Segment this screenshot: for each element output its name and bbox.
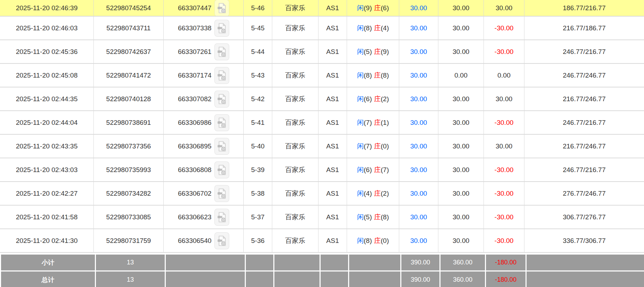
video-replay-icon [217, 70, 226, 81]
video-replay-icon [217, 141, 226, 152]
valid-bet: 30.00 [438, 158, 484, 181]
banker-label: 庄 [374, 118, 381, 127]
bet-row[interactable]: 2025-11-20 02:45:36522980742637663307261… [0, 40, 644, 64]
banker-score: (8) [381, 213, 389, 221]
game-result: 闲(5)庄(8) [347, 206, 399, 228]
table-code: AS1 [318, 135, 347, 158]
video-replay-button[interactable] [214, 91, 229, 108]
game-result: 闲(7)庄(0) [347, 135, 399, 158]
player-label: 闲 [357, 71, 364, 80]
bet-time: 2025-11-20 02:46:03 [0, 17, 94, 39]
bet-id: 522980731759 [94, 229, 164, 252]
total-empty-table [320, 271, 348, 287]
player-label: 闲 [357, 94, 364, 104]
bet-amount: 30.00 [399, 135, 438, 158]
round-id-cell: 663307447 [164, 0, 244, 16]
bet-row[interactable]: 2025-11-20 02:46:03522980743711663307338… [0, 17, 644, 40]
round-id-cell: 663306623 [164, 206, 244, 228]
balance: 186.77/216.77 [524, 0, 644, 16]
valid-bet: 30.00 [438, 87, 484, 110]
bet-amount: 30.00 [399, 206, 438, 228]
banker-label: 庄 [374, 24, 381, 33]
bet-time: 2025-11-20 02:46:39 [0, 0, 94, 16]
balance: 336.77/306.77 [524, 229, 644, 252]
table-code: AS1 [318, 111, 347, 134]
win-loss: -30.00 [484, 158, 524, 181]
game-result: 闲(8)庄(0) [347, 229, 399, 252]
bet-id: 522980737356 [94, 135, 164, 158]
bet-time: 2025-11-20 02:45:36 [0, 40, 94, 63]
valid-bet: 30.00 [438, 229, 484, 252]
player-score: (7) [364, 142, 372, 150]
round-id-cell: 663307338 [164, 17, 244, 39]
round-id: 663306540 [178, 237, 211, 245]
bet-row[interactable]: 2025-11-20 02:43:03522980735993663306808… [0, 158, 644, 182]
video-replay-button[interactable] [214, 67, 229, 84]
banker-score: (7) [381, 166, 389, 174]
bet-row[interactable]: 2025-11-20 02:45:08522980741472663307174… [0, 64, 644, 87]
round-number: 5-38 [244, 182, 272, 205]
balance: 246.77/216.77 [524, 40, 644, 63]
video-replay-button[interactable] [214, 232, 229, 249]
video-replay-button[interactable] [214, 209, 229, 226]
banker-score: (2) [381, 190, 389, 197]
round-number: 5-44 [244, 40, 272, 63]
game-result: 闲(7)庄(1) [347, 111, 399, 134]
video-replay-button[interactable] [214, 20, 229, 37]
bet-row[interactable]: 2025-11-20 02:43:35522980737356663306895… [0, 135, 644, 158]
total-valid-bet: 360.00 [439, 271, 485, 287]
round-number: 5-43 [244, 64, 272, 87]
table-code: AS1 [318, 17, 347, 39]
bet-row[interactable]: 2025-11-20 02:41:30522980731759663306540… [0, 229, 644, 253]
player-label: 闲 [357, 189, 364, 198]
video-replay-icon [217, 94, 226, 104]
bet-row[interactable]: 2025-11-20 02:42:27522980734282663306702… [0, 182, 644, 206]
bet-row[interactable]: 2025-11-20 02:41:58522980733085663306623… [0, 206, 644, 229]
balance: 216.77/246.77 [524, 87, 644, 110]
round-id-cell: 663306540 [164, 229, 244, 252]
round-id-cell: 663307261 [164, 40, 244, 63]
round-number: 5-46 [244, 0, 272, 16]
banker-label: 庄 [374, 71, 381, 80]
video-replay-button[interactable] [214, 114, 229, 131]
total-bet-amount: 390.00 [400, 271, 439, 287]
player-label: 闲 [357, 236, 364, 245]
player-label: 闲 [357, 4, 364, 13]
table-code: AS1 [318, 40, 347, 63]
valid-bet: 30.00 [438, 182, 484, 205]
round-id: 663306895 [178, 142, 211, 150]
banker-score: (0) [381, 237, 389, 245]
game-name: 百家乐 [272, 206, 318, 228]
player-label: 闲 [357, 47, 364, 56]
video-replay-button[interactable] [214, 138, 229, 155]
win-loss: -30.00 [484, 40, 524, 63]
round-id-cell: 663307174 [164, 64, 244, 87]
valid-bet: 30.00 [438, 40, 484, 63]
total-empty-result [348, 271, 400, 287]
table-code: AS1 [318, 206, 347, 228]
bet-id: 522980735993 [94, 158, 164, 181]
video-replay-icon [217, 117, 226, 128]
bet-row[interactable]: 2025-11-20 02:44:35522980740128663307082… [0, 87, 644, 111]
balance: 246.77/216.77 [524, 158, 644, 181]
player-score: (8) [364, 24, 372, 32]
bet-row[interactable]: 2025-11-20 02:46:39522980745254663307447… [0, 0, 644, 17]
subtotal-empty-round [165, 255, 245, 270]
banker-score: (6) [381, 4, 389, 12]
video-replay-button[interactable] [214, 185, 229, 202]
player-label: 闲 [357, 165, 364, 175]
total-empty-balance [525, 271, 644, 287]
video-replay-button[interactable] [214, 43, 229, 60]
round-id: 663307338 [178, 24, 211, 32]
table-code: AS1 [318, 158, 347, 181]
video-replay-button[interactable] [214, 0, 229, 16]
video-replay-icon [217, 165, 226, 175]
bet-row[interactable]: 2025-11-20 02:44:04522980738691663306986… [0, 111, 644, 135]
total-empty-roundno [245, 271, 273, 287]
video-replay-button[interactable] [214, 161, 229, 178]
bet-id: 522980745254 [94, 0, 164, 16]
table-code: AS1 [318, 87, 347, 110]
game-name: 百家乐 [272, 135, 318, 158]
bet-id: 522980738691 [94, 111, 164, 134]
bet-amount: 30.00 [399, 64, 438, 87]
